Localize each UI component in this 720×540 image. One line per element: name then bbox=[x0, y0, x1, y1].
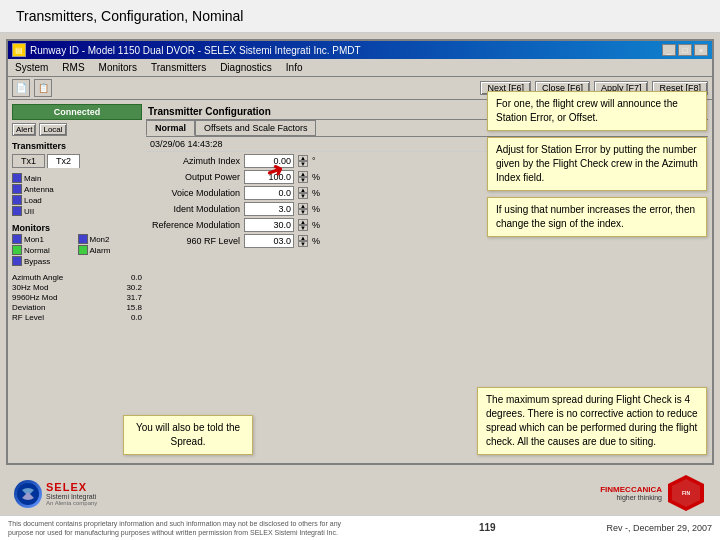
monitors-label: Monitors bbox=[12, 223, 142, 233]
window-frame: ▤ Runway ID - Model 1150 Dual DVOR - SEL… bbox=[6, 39, 714, 465]
status-row-antenna: Antenna bbox=[12, 184, 142, 194]
hz9960-label: 9960Hz Mod bbox=[12, 293, 57, 302]
local-button[interactable]: Local bbox=[39, 123, 66, 136]
hz9960-value: 31.7 bbox=[126, 293, 142, 302]
mon2-item: Mon2 bbox=[78, 234, 143, 244]
slide-container: Transmitters, Configuration, Nominal ▤ R… bbox=[0, 0, 720, 540]
menu-monitors[interactable]: Monitors bbox=[96, 61, 140, 74]
rf-level-value: 0.0 bbox=[131, 313, 142, 322]
ref-unit: % bbox=[312, 220, 327, 230]
ref-mod-label: Reference Modulation bbox=[150, 220, 240, 230]
menu-system[interactable]: System bbox=[12, 61, 51, 74]
azimuth-down[interactable]: ▼ bbox=[298, 161, 308, 167]
rf-level-field[interactable]: 03.0 bbox=[244, 234, 294, 248]
titlebar-icon: ▤ bbox=[12, 43, 26, 57]
hz9960-row: 9960Hz Mod 31.7 bbox=[12, 293, 142, 302]
rf-down[interactable]: ▼ bbox=[298, 241, 308, 247]
mon1-label: Mon1 bbox=[24, 235, 44, 244]
titlebar-left: ▤ Runway ID - Model 1150 Dual DVOR - SEL… bbox=[12, 43, 361, 57]
ident-mod-field[interactable]: 3.0 bbox=[244, 202, 294, 216]
menu-transmitters[interactable]: Transmitters bbox=[148, 61, 209, 74]
mon1-indicator bbox=[12, 234, 22, 244]
close-button[interactable]: × bbox=[694, 44, 708, 56]
callout-text-4: You will also be told the Spread. bbox=[136, 422, 240, 447]
alarm-item: Alarm bbox=[78, 245, 143, 255]
main-indicator bbox=[12, 173, 22, 183]
ref-spinners: ▲ ▼ bbox=[298, 219, 308, 231]
fin-text-area: FINMECCANICA higher thinking bbox=[600, 485, 662, 501]
higher-thinking: higher thinking bbox=[616, 494, 662, 501]
azimuth-spinners: ▲ ▼ bbox=[298, 155, 308, 167]
left-data-rows: Azimuth Angle 0.0 30Hz Mod 30.2 9960Hz M… bbox=[12, 273, 142, 322]
maximize-button[interactable]: □ bbox=[678, 44, 692, 56]
rf-level-row: RF Level 0.0 bbox=[12, 313, 142, 322]
tx1-tab[interactable]: Tx1 bbox=[12, 154, 45, 168]
status-row-main: Main bbox=[12, 173, 142, 183]
tx-tabs: Tx1 Tx2 bbox=[12, 154, 142, 168]
callout-box-3: If using that number increases the error… bbox=[487, 197, 707, 237]
footer-date: Rev -, December 29, 2007 bbox=[606, 523, 712, 533]
menu-bar: System RMS Monitors Transmitters Diagnos… bbox=[8, 59, 712, 77]
monitors-section: Monitors Mon1 Mon2 bbox=[12, 223, 142, 266]
bottom-left-callout-wrapper: You will also be told the Spread. bbox=[123, 415, 253, 455]
callout-text-2: Adjust for Station Error by putting the … bbox=[496, 144, 698, 183]
load-label: Load bbox=[24, 196, 42, 205]
hz30-value: 30.2 bbox=[126, 283, 142, 292]
tab-normal[interactable]: Normal bbox=[146, 120, 195, 136]
uii-indicator bbox=[12, 206, 22, 216]
logo-bar: SELEX Sistemi Integrati An Alenia compan… bbox=[0, 471, 720, 515]
azimuth-angle-label: Azimuth Angle bbox=[12, 273, 63, 282]
toolbar-icon1[interactable]: 📄 bbox=[12, 79, 30, 97]
power-unit: % bbox=[312, 172, 327, 182]
window-titlebar: ▤ Runway ID - Model 1150 Dual DVOR - SEL… bbox=[8, 41, 712, 59]
voice-spinners: ▲ ▼ bbox=[298, 187, 308, 199]
slide-footer: This document contains proprietary infor… bbox=[0, 515, 720, 540]
connected-indicator: Connected bbox=[12, 104, 142, 120]
deviation-row: Deviation 15.8 bbox=[12, 303, 142, 312]
deviation-value: 15.8 bbox=[126, 303, 142, 312]
menu-diagnostics[interactable]: Diagnostics bbox=[217, 61, 275, 74]
finmeccanica-name: FINMECCANICA bbox=[600, 485, 662, 494]
rf-level-label: RF Level bbox=[12, 313, 44, 322]
ref-down[interactable]: ▼ bbox=[298, 225, 308, 231]
hz30-label: 30Hz Mod bbox=[12, 283, 48, 292]
status-row-load: Load bbox=[12, 195, 142, 205]
svg-text:FIN: FIN bbox=[682, 490, 690, 496]
selex-text: SELEX Sistemi Integrati An Alenia compan… bbox=[46, 481, 97, 506]
callout-text-1: For one, the flight crew will announce t… bbox=[496, 98, 678, 123]
menu-rms[interactable]: RMS bbox=[59, 61, 87, 74]
voice-unit: % bbox=[312, 188, 327, 198]
status-row-uii: UII bbox=[12, 206, 142, 216]
power-down[interactable]: ▼ bbox=[298, 177, 308, 183]
minimize-button[interactable]: _ bbox=[662, 44, 676, 56]
status-rows: Main Antenna Load UII bbox=[12, 173, 142, 216]
toolbar-icon2[interactable]: 📋 bbox=[34, 79, 52, 97]
callout-text-5: The maximum spread during Flight Check i… bbox=[486, 394, 698, 447]
power-spinners: ▲ ▼ bbox=[298, 171, 308, 183]
alert-button[interactable]: Alert bbox=[12, 123, 36, 136]
azimuth-unit: ° bbox=[312, 156, 327, 166]
menu-info[interactable]: Info bbox=[283, 61, 306, 74]
hz30-row: 30Hz Mod 30.2 bbox=[12, 283, 142, 292]
normal-item: Normal bbox=[12, 245, 77, 255]
selex-circle-icon bbox=[14, 480, 42, 508]
selex-name: SELEX bbox=[46, 481, 97, 493]
finmeccanica-badge-icon: FIN bbox=[666, 473, 706, 513]
mon2-indicator bbox=[78, 234, 88, 244]
antenna-label: Antenna bbox=[24, 185, 54, 194]
callout-text-3: If using that number increases the error… bbox=[496, 204, 695, 229]
ident-unit: % bbox=[312, 204, 327, 214]
voice-down[interactable]: ▼ bbox=[298, 193, 308, 199]
tx2-tab[interactable]: Tx2 bbox=[47, 154, 80, 168]
ident-down[interactable]: ▼ bbox=[298, 209, 308, 215]
voice-mod-field[interactable]: 0.0 bbox=[244, 186, 294, 200]
azimuth-angle-row: Azimuth Angle 0.0 bbox=[12, 273, 142, 282]
ref-mod-field[interactable]: 30.0 bbox=[244, 218, 294, 232]
azimuth-index-label: Azimuth Index bbox=[150, 156, 240, 166]
bottom-right-callout-wrapper: The maximum spread during Flight Check i… bbox=[477, 387, 707, 455]
selex-sub: Sistemi Integrati bbox=[46, 493, 97, 500]
monitor-grid: Mon1 Mon2 Normal bbox=[12, 234, 142, 255]
rf-unit: % bbox=[312, 236, 327, 246]
normal-label: Normal bbox=[24, 246, 50, 255]
tab-offsets[interactable]: Offsets and Scale Factors bbox=[195, 120, 316, 136]
